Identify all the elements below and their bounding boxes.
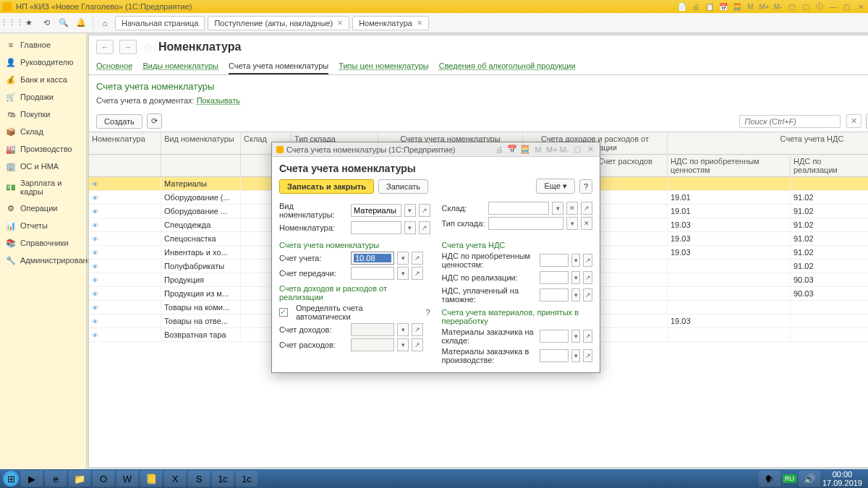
info-link[interactable]: Показывать	[197, 96, 240, 105]
taskbar-item[interactable]: 1c	[212, 471, 234, 487]
favorite-icon[interactable]: ☆	[142, 40, 153, 54]
help-button[interactable]: ?	[579, 179, 592, 194]
subtab[interactable]: Типы цен номенклатуры	[339, 59, 428, 74]
close-icon[interactable]: ✕	[337, 19, 343, 27]
maximize-icon[interactable]: ▢	[572, 145, 582, 154]
toolbar-icon[interactable]: 🖨	[691, 2, 700, 12]
maximize-icon[interactable]: ▢	[842, 2, 851, 12]
bell-icon[interactable]: 🔔	[74, 16, 88, 30]
nom-input[interactable]	[351, 221, 401, 234]
subtab[interactable]: Счета учета номенклатуры	[229, 59, 328, 74]
open-icon[interactable]: ↗	[581, 202, 592, 215]
open-icon[interactable]: ↗	[583, 349, 592, 362]
dropdown-icon[interactable]: ▾	[397, 338, 409, 351]
refresh-button[interactable]: ⟳	[147, 114, 162, 129]
sidebar-item[interactable]: 📚Справочники	[0, 234, 86, 252]
taskbar-item[interactable]: S	[188, 471, 210, 487]
dropdown-icon[interactable]: ▾	[404, 221, 416, 234]
nds-priob-input[interactable]	[540, 254, 569, 267]
subtab[interactable]: Сведения об алкогольной продукции	[439, 59, 576, 74]
tab-nomenclature[interactable]: Номенклатура✕	[352, 16, 429, 30]
dropdown-icon[interactable]: ▾	[566, 217, 578, 230]
sidebar-item[interactable]: 🛒Продажи	[0, 88, 86, 106]
taskbar-item[interactable]: 📒	[140, 471, 162, 487]
dialog-titlebar[interactable]: Счета учета номенклатуры (1С:Предприятие…	[272, 142, 600, 157]
taskbar-item[interactable]: 📁	[69, 471, 90, 487]
save-close-button[interactable]: Записать и закрыть	[279, 179, 374, 194]
calc-icon[interactable]: 🧮	[732, 2, 741, 12]
clock[interactable]: 00:0017.09.2019	[822, 470, 865, 487]
clear-icon[interactable]: ✕	[566, 202, 578, 215]
taskbar-item[interactable]: X	[164, 471, 186, 487]
dropdown-icon[interactable]: ▾	[571, 330, 581, 343]
m-icon[interactable]: M	[533, 145, 543, 154]
info-icon[interactable]: ⓘ	[814, 2, 824, 12]
sidebar-item[interactable]: 🔧Администрирование	[0, 252, 86, 269]
col-header[interactable]: НДС по реализации	[791, 155, 868, 176]
m-plus-icon[interactable]: M+	[546, 145, 556, 154]
toolbar-icon[interactable]: 📄	[677, 2, 686, 12]
open-icon[interactable]: ↗	[412, 252, 423, 265]
save-button[interactable]: Записать	[378, 179, 428, 194]
help-link[interactable]: ?	[425, 308, 430, 317]
open-icon[interactable]: ↗	[419, 204, 430, 217]
taskbar-item[interactable]: 1c	[236, 471, 258, 487]
close-icon[interactable]: ✕	[585, 145, 595, 154]
m-minus-icon[interactable]: M-	[773, 2, 783, 12]
mat-proizv-input[interactable]	[540, 349, 569, 362]
close-icon[interactable]: ✕	[417, 19, 422, 27]
sidebar-item[interactable]: ≡Главное	[0, 36, 86, 53]
sidebar-item[interactable]: 📊Отчеты	[0, 217, 86, 234]
dropdown-icon[interactable]: ▾	[571, 254, 581, 267]
dropdown-icon[interactable]: ▾	[404, 204, 416, 217]
toolbar-icon[interactable]: ▢	[787, 2, 796, 12]
close-icon[interactable]: ✕	[856, 2, 865, 12]
dropdown-icon[interactable]: ▾	[571, 271, 581, 284]
toolbar-icon[interactable]: 📅	[718, 2, 728, 12]
minimize-icon[interactable]: —	[828, 2, 838, 12]
col-header[interactable]: Вид номенклатуры	[161, 132, 241, 154]
open-icon[interactable]: ↗	[583, 254, 592, 267]
forward-button[interactable]: →	[119, 40, 137, 54]
open-icon[interactable]: ↗	[583, 271, 592, 284]
sidebar-item[interactable]: 💰Банк и касса	[0, 71, 86, 88]
sidebar-item[interactable]: ⚙Операции	[0, 200, 86, 217]
col-header[interactable]: Номенклатура	[89, 132, 161, 154]
open-icon[interactable]: ↗	[412, 323, 423, 336]
dropdown-icon[interactable]: ▾	[571, 288, 581, 301]
sidebar-item[interactable]: 👤Руководителю	[0, 53, 86, 71]
sklad-input[interactable]	[488, 202, 550, 215]
open-icon[interactable]: ↗	[412, 267, 423, 280]
dropdown-icon[interactable]: ▾	[397, 252, 409, 265]
auto-checkbox[interactable]	[279, 308, 288, 317]
toolbar-icon[interactable]: ▢	[801, 2, 810, 12]
start-button[interactable]: ⊞	[3, 471, 19, 487]
tab-home[interactable]: Начальная страница	[115, 16, 205, 30]
subtab[interactable]: Основное	[96, 59, 132, 74]
sidebar-item[interactable]: 🛍Покупки	[0, 106, 86, 123]
print-icon[interactable]: 🖨	[494, 145, 504, 154]
m-plus-icon[interactable]: M+	[760, 2, 769, 12]
lang-indicator[interactable]: RU	[783, 474, 796, 483]
subtab[interactable]: Виды номенклатуры	[142, 59, 218, 74]
search-icon[interactable]: 🔍	[56, 16, 71, 30]
tray-icon[interactable]: 🔊	[799, 471, 820, 487]
taskbar-item[interactable]: ▶	[21, 471, 43, 487]
clear-search-button[interactable]: ✕	[846, 114, 861, 128]
open-icon[interactable]: ↗	[583, 288, 592, 301]
open-icon[interactable]: ↗	[419, 221, 430, 234]
calc-icon[interactable]: 🧮	[520, 145, 530, 154]
vid-input[interactable]: Материалы	[351, 204, 401, 217]
taskbar-item[interactable]: O	[93, 471, 114, 487]
taskbar-item[interactable]: W	[116, 471, 138, 487]
open-icon[interactable]: ↗	[412, 338, 423, 351]
nds-tam-input[interactable]	[540, 288, 569, 301]
sidebar-item[interactable]: 📦Склад	[0, 123, 86, 140]
tip-input[interactable]	[488, 217, 564, 230]
dropdown-icon[interactable]: ▾	[552, 202, 563, 215]
create-button[interactable]: Создать	[96, 114, 142, 129]
dropdown-icon[interactable]: ▾	[397, 267, 409, 280]
mat-sklad-input[interactable]	[540, 330, 569, 343]
more-button[interactable]: Еще ▾	[536, 179, 574, 194]
sidebar-item[interactable]: 🏭Производство	[0, 140, 86, 158]
